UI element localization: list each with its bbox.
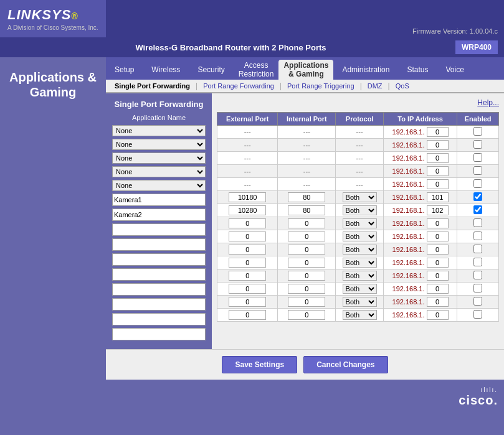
ext-port-input[interactable]: [229, 245, 266, 255]
app-select-1[interactable]: None: [112, 125, 206, 136]
app-input-3[interactable]: [112, 223, 206, 236]
port-table: External Port Internal Port Protocol To …: [217, 112, 499, 322]
tab-setup[interactable]: Setup: [106, 62, 143, 78]
int-port-input[interactable]: [288, 310, 325, 320]
ext-port-input[interactable]: [229, 192, 266, 202]
ext-port-input[interactable]: [229, 297, 266, 307]
app-input-5[interactable]: [112, 253, 206, 266]
enabled-checkbox[interactable]: [473, 192, 482, 201]
ip-last-input[interactable]: [427, 140, 449, 150]
ext-port-input[interactable]: [229, 205, 266, 215]
enabled-checkbox[interactable]: [473, 205, 482, 214]
ext-port-input[interactable]: [229, 271, 266, 281]
help-link[interactable]: Help...: [217, 98, 499, 107]
ip-last-input[interactable]: [427, 245, 449, 255]
subnav-dmz[interactable]: DMZ: [365, 82, 385, 90]
proto-select[interactable]: BothTCPUDP: [343, 192, 377, 202]
proto-select[interactable]: BothTCPUDP: [343, 205, 377, 215]
enabled-cell: [457, 139, 499, 152]
proto-select[interactable]: BothTCPUDP: [343, 218, 377, 228]
subnav-qos[interactable]: QoS: [393, 82, 412, 90]
int-port-input[interactable]: [288, 232, 325, 241]
app-select-5[interactable]: None: [112, 180, 206, 191]
proto-select[interactable]: BothTCPUDP: [343, 232, 377, 241]
app-select-2[interactable]: None: [112, 139, 206, 150]
enabled-checkbox[interactable]: [473, 218, 482, 227]
ip-last-input[interactable]: [427, 297, 449, 307]
int-port-input[interactable]: [288, 245, 325, 255]
tab-security[interactable]: Security: [189, 62, 233, 78]
ip-last-input[interactable]: [427, 166, 449, 176]
app-input-1[interactable]: [112, 194, 206, 206]
ip-last-input[interactable]: [427, 258, 449, 268]
save-button[interactable]: Save Settings: [222, 356, 297, 373]
enabled-checkbox[interactable]: [473, 166, 482, 175]
app-select-4[interactable]: None: [112, 166, 206, 177]
proto-select[interactable]: BothTCPUDP: [343, 297, 377, 307]
subnav-port-range[interactable]: Port Range Forwarding: [201, 82, 277, 90]
ip-last-input[interactable]: [427, 127, 449, 137]
ip-last-input[interactable]: [427, 284, 449, 294]
ext-port-input[interactable]: [229, 284, 266, 294]
tab-wireless[interactable]: Wireless: [143, 62, 189, 78]
app-input-9[interactable]: [112, 313, 206, 325]
enabled-checkbox[interactable]: [473, 140, 482, 149]
device-title: Wireless-G Broadband Router with 2 Phone…: [6, 43, 455, 52]
ip-last-input[interactable]: [427, 192, 449, 202]
int-port-input[interactable]: [288, 218, 325, 228]
enabled-checkbox[interactable]: [473, 297, 482, 306]
tab-voice[interactable]: Voice: [437, 62, 473, 78]
ip-last-input[interactable]: [427, 218, 449, 228]
ip-last-input[interactable]: [427, 232, 449, 241]
int-port-input[interactable]: [288, 271, 325, 281]
ext-port-input[interactable]: [229, 232, 266, 241]
tab-apps-gaming[interactable]: Applications& Gaming: [278, 60, 333, 80]
ext-port-input[interactable]: [229, 218, 266, 228]
subnav-single-port[interactable]: Single Port Forwarding: [112, 82, 193, 90]
enabled-checkbox[interactable]: [473, 232, 482, 240]
proto-select[interactable]: BothTCPUDP: [343, 258, 377, 268]
int-port-input[interactable]: [288, 205, 325, 215]
proto-cell: BothTCPUDP: [336, 309, 384, 322]
enabled-checkbox[interactable]: [473, 310, 482, 319]
int-port-input[interactable]: [288, 258, 325, 268]
ip-last-input[interactable]: [427, 153, 449, 163]
int-port-input[interactable]: [288, 192, 325, 202]
app-select-3[interactable]: None: [112, 152, 206, 164]
enabled-checkbox[interactable]: [473, 153, 482, 162]
ip-last-input[interactable]: [427, 179, 449, 189]
subnav-port-trigger[interactable]: Port Range Triggering: [285, 82, 357, 90]
ext-port-cell: [217, 191, 278, 204]
enabled-checkbox[interactable]: [473, 127, 482, 136]
tab-access[interactable]: AccessRestriction: [234, 60, 279, 80]
ip-last-input[interactable]: [427, 271, 449, 281]
tab-admin[interactable]: Administration: [333, 62, 398, 78]
app-input-6[interactable]: [112, 268, 206, 281]
enabled-checkbox[interactable]: [473, 245, 482, 253]
proto-select[interactable]: BothTCPUDP: [343, 284, 377, 294]
app-input-4[interactable]: [112, 238, 206, 251]
app-input-10[interactable]: [112, 328, 206, 340]
tab-status[interactable]: Status: [398, 62, 437, 78]
enabled-checkbox[interactable]: [473, 258, 482, 266]
ext-port-input[interactable]: [229, 258, 266, 268]
cancel-button[interactable]: Cancel Changes: [303, 356, 388, 373]
proto-select[interactable]: BothTCPUDP: [343, 310, 377, 320]
proto-select[interactable]: BothTCPUDP: [343, 271, 377, 281]
app-input-2[interactable]: [112, 208, 206, 221]
app-input-7[interactable]: [112, 283, 206, 296]
int-port-input[interactable]: [288, 284, 325, 294]
ext-port-input[interactable]: [229, 310, 266, 320]
int-port-input[interactable]: [288, 297, 325, 307]
enabled-checkbox[interactable]: [473, 179, 482, 188]
enabled-checkbox[interactable]: [473, 271, 482, 279]
ip-last-input[interactable]: [427, 310, 449, 320]
ip-cell: 192.168.1.: [383, 283, 457, 296]
enabled-checkbox[interactable]: [473, 284, 482, 292]
app-input-8[interactable]: [112, 298, 206, 311]
proto-select[interactable]: BothTCPUDP: [343, 245, 377, 255]
ip-last-input[interactable]: [427, 205, 449, 215]
ext-port-cell: ---: [217, 178, 278, 191]
firmware-info: Firmware Version: 1.00.04.c: [106, 0, 504, 37]
ext-port-cell: ---: [217, 152, 278, 165]
